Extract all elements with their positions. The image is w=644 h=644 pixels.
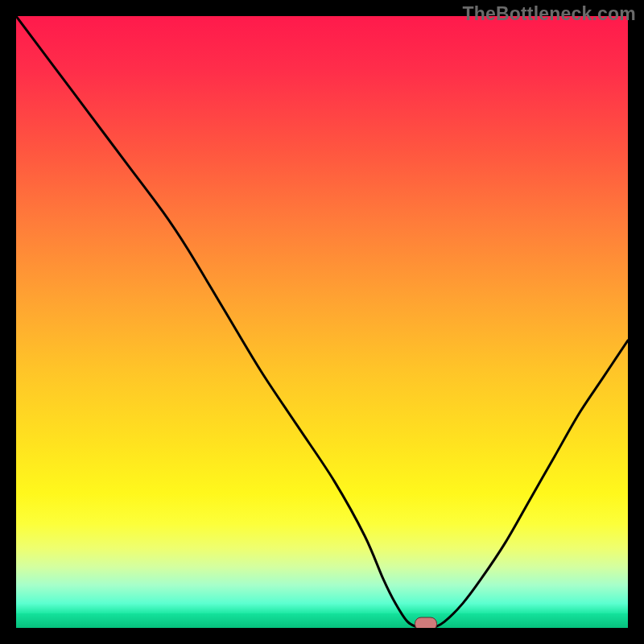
plot-area — [16, 16, 628, 628]
chart-frame: TheBottleneck.com — [0, 0, 644, 644]
current-config-marker — [415, 617, 437, 629]
bottleneck-curve — [16, 16, 628, 628]
watermark-text: TheBottleneck.com — [462, 3, 636, 25]
